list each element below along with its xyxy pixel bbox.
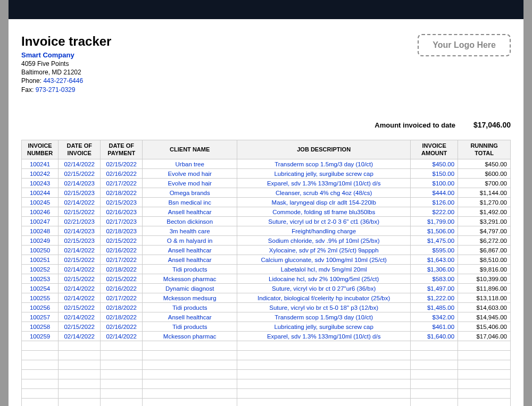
cell-date-payment[interactable]: 02/17/2022 [101, 293, 143, 303]
cell-date-invoice[interactable]: 02/21/2023 [59, 217, 101, 226]
cell-job-description[interactable]: Commode, folding stl frame blu350lbs [237, 207, 411, 217]
cell-date-payment[interactable]: 02/16/2023 [101, 207, 143, 217]
cell-job-description[interactable]: Lubricating jelly, surgilube screw cap [237, 322, 411, 332]
cell-job-description[interactable]: Exparel, sdv 1.3% 133mg/10ml (10/ct) d/s [237, 179, 411, 188]
cell-client-name[interactable]: Bsn medical inc [143, 198, 237, 207]
cell-date-payment[interactable]: 02/16/2022 [101, 246, 143, 255]
cell-invoice-number[interactable]: 100246 [22, 207, 59, 217]
cell-job-description[interactable]: Lidocaine hcl, sdv 2% 100mg/5ml (25/ct) [237, 274, 411, 284]
cell-job-description[interactable]: Freight/handling charge [237, 226, 411, 236]
cell-client-name[interactable]: Tidi products [143, 265, 237, 274]
cell-date-invoice[interactable]: 02/14/2022 [59, 312, 101, 322]
cell-invoice-amount[interactable]: $583.00 [411, 274, 458, 284]
phone-value[interactable]: 443-227-6446 [43, 77, 83, 84]
cell-client-name[interactable]: Tidi products [143, 322, 237, 332]
cell-job-description[interactable]: Calcium gluconate, sdv 100mg/ml 10ml (25… [237, 255, 411, 265]
cell-invoice-number[interactable]: 100245 [22, 198, 59, 207]
cell-date-payment[interactable]: 02/18/2022 [101, 265, 143, 274]
cell-client-name[interactable]: Dynamic diagnost [143, 284, 237, 293]
cell-date-payment[interactable]: 02/18/2023 [101, 226, 143, 236]
cell-date-payment[interactable]: 02/17/2023 [101, 217, 143, 226]
cell-date-payment[interactable]: 02/18/2022 [101, 312, 143, 322]
cell-client-name[interactable]: O & m halyard in [143, 236, 237, 246]
cell-date-invoice[interactable]: 02/15/2022 [59, 169, 101, 179]
cell-date-invoice[interactable]: 02/15/2022 [59, 274, 101, 284]
cell-invoice-amount[interactable]: $595.00 [411, 246, 458, 255]
cell-client-name[interactable]: 3m health care [143, 226, 237, 236]
cell-job-description[interactable]: Suture, vicryl vio br ct 0 27"ur6 (36/bx… [237, 284, 411, 293]
cell-invoice-number[interactable]: 100242 [22, 169, 59, 179]
cell-date-invoice[interactable]: 02/15/2023 [59, 188, 101, 198]
cell-client-name[interactable]: Tidi products [143, 303, 237, 312]
cell-job-description[interactable]: Mask, laryngeal disp clr adlt 154-220lb [237, 198, 411, 207]
cell-invoice-amount[interactable]: $444.00 [411, 188, 458, 198]
cell-invoice-number[interactable]: 100241 [22, 159, 59, 169]
cell-invoice-number[interactable]: 100257 [22, 312, 59, 322]
cell-date-invoice[interactable]: 02/15/2022 [59, 303, 101, 312]
cell-job-description[interactable]: Indicator, biological f/celerity hp incu… [237, 293, 411, 303]
cell-invoice-number[interactable]: 100254 [22, 284, 59, 293]
cell-client-name[interactable]: Ansell healthcar [143, 312, 237, 322]
cell-client-name[interactable]: Urban tree [143, 159, 237, 169]
cell-client-name[interactable]: Ansell healthcar [143, 255, 237, 265]
cell-date-invoice[interactable]: 02/14/2022 [59, 265, 101, 274]
cell-invoice-number[interactable]: 100252 [22, 265, 59, 274]
cell-date-payment[interactable]: 02/16/2022 [101, 169, 143, 179]
cell-client-name[interactable]: Mckesson pharmac [143, 274, 237, 284]
cell-invoice-amount[interactable]: $1,497.00 [411, 284, 458, 293]
cell-date-payment[interactable]: 02/17/2022 [101, 255, 143, 265]
cell-invoice-amount[interactable]: $1,799.00 [411, 217, 458, 226]
cell-date-invoice[interactable]: 02/14/2022 [59, 159, 101, 169]
cell-invoice-amount[interactable]: $461.00 [411, 322, 458, 332]
cell-date-invoice[interactable]: 02/15/2022 [59, 322, 101, 332]
cell-date-payment[interactable]: 02/18/2022 [101, 303, 143, 312]
cell-invoice-amount[interactable]: $1,640.00 [411, 332, 458, 341]
cell-invoice-number[interactable]: 100249 [22, 236, 59, 246]
cell-date-invoice[interactable]: 02/14/2022 [59, 284, 101, 293]
cell-invoice-amount[interactable]: $150.00 [411, 169, 458, 179]
cell-date-payment[interactable]: 02/16/2022 [101, 284, 143, 293]
cell-invoice-amount[interactable]: $1,643.00 [411, 255, 458, 265]
cell-invoice-number[interactable]: 100258 [22, 322, 59, 332]
fax-value[interactable]: 973-271-0329 [36, 86, 76, 94]
cell-client-name[interactable]: Evolve mod hair [143, 179, 237, 188]
cell-invoice-number[interactable]: 100256 [22, 303, 59, 312]
cell-job-description[interactable]: Transderm scop 1.5mg/3 day (10/ct) [237, 312, 411, 322]
cell-date-payment[interactable]: 02/14/2022 [101, 332, 143, 341]
cell-client-name[interactable]: Ansell healthcar [143, 246, 237, 255]
cell-date-payment[interactable]: 02/18/2022 [101, 188, 143, 198]
cell-client-name[interactable]: Mckesson medsurg [143, 293, 237, 303]
cell-date-invoice[interactable]: 02/14/2023 [59, 226, 101, 236]
cell-date-payment[interactable]: 02/15/2023 [101, 198, 143, 207]
cell-job-description[interactable]: Labetalol hcl, mdv 5mg/ml 20ml [237, 265, 411, 274]
cell-job-description[interactable]: Lubricating jelly, surgilube screw cap [237, 169, 411, 179]
cell-job-description[interactable]: Sodium chloride, sdv .9% pf 10ml (25/bx) [237, 236, 411, 246]
cell-invoice-amount[interactable]: $450.00 [411, 159, 458, 169]
cell-invoice-amount[interactable]: $100.00 [411, 179, 458, 188]
cell-client-name[interactable]: Omega brands [143, 188, 237, 198]
cell-job-description[interactable]: Exparel, sdv 1.3% 133mg/10ml (10/ct) d/s [237, 332, 411, 341]
cell-invoice-number[interactable]: 100250 [22, 246, 59, 255]
cell-date-invoice[interactable]: 02/15/2023 [59, 236, 101, 246]
cell-date-payment[interactable]: 02/16/2022 [101, 322, 143, 332]
cell-date-payment[interactable]: 02/15/2022 [101, 274, 143, 284]
cell-date-invoice[interactable]: 02/14/2022 [59, 293, 101, 303]
cell-invoice-number[interactable]: 100248 [22, 226, 59, 236]
cell-date-invoice[interactable]: 02/15/2022 [59, 255, 101, 265]
cell-invoice-amount[interactable]: $1,475.00 [411, 236, 458, 246]
logo-placeholder[interactable]: Your Logo Here [418, 34, 511, 56]
cell-date-invoice[interactable]: 02/15/2022 [59, 207, 101, 217]
cell-job-description[interactable]: Cleanser, scrub 4% chg 4oz (48/cs) [237, 188, 411, 198]
cell-client-name[interactable]: Becton dickinson [143, 217, 237, 226]
cell-invoice-number[interactable]: 100247 [22, 217, 59, 226]
cell-invoice-amount[interactable]: $1,306.00 [411, 265, 458, 274]
cell-invoice-number[interactable]: 100243 [22, 179, 59, 188]
cell-invoice-amount[interactable]: $222.00 [411, 207, 458, 217]
cell-client-name[interactable]: Ansell healthcar [143, 207, 237, 217]
cell-date-payment[interactable]: 02/17/2022 [101, 179, 143, 188]
cell-job-description[interactable]: Transderm scop 1.5mg/3 day (10/ct) [237, 159, 411, 169]
cell-date-invoice[interactable]: 02/14/2022 [59, 246, 101, 255]
cell-invoice-amount[interactable]: $342.00 [411, 312, 458, 322]
cell-invoice-number[interactable]: 100259 [22, 332, 59, 341]
cell-date-invoice[interactable]: 02/14/2022 [59, 332, 101, 341]
